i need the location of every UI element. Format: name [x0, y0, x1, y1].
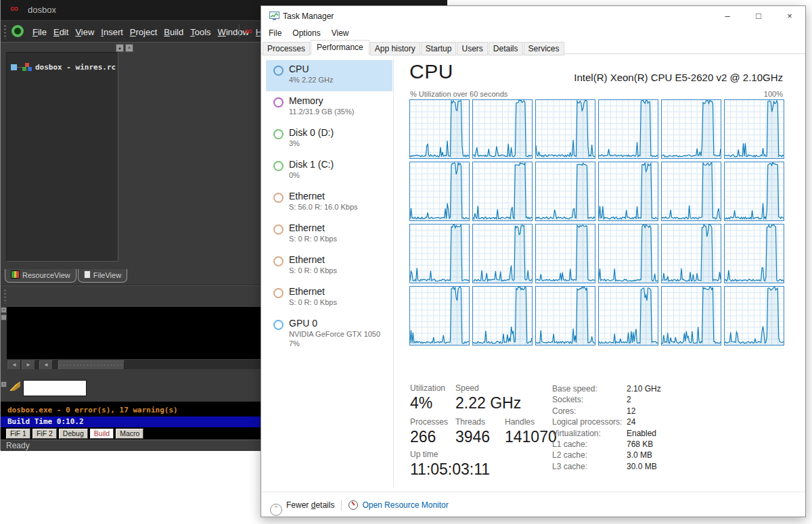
maximize-button[interactable]: □ [743, 6, 774, 26]
meter-circle-icon [273, 129, 284, 139]
detail-label: L3 cache: [552, 462, 627, 471]
tm-menu-options[interactable]: Options [287, 27, 325, 39]
tm-window-title: Task Manager [283, 11, 334, 21]
tab-services[interactable]: Services [524, 42, 564, 55]
minimize-button[interactable]: – [712, 6, 743, 26]
output-tab-build[interactable]: Build [90, 429, 114, 439]
cpu-core-graph-8 [472, 162, 533, 221]
output-tab-macro[interactable]: Macro [116, 429, 143, 439]
menu-item-tools[interactable]: Tools [187, 22, 214, 43]
cpu-core-graph-3 [535, 99, 595, 159]
detail-row: Base speed:2.10 GHz [552, 384, 661, 395]
cpu-core-graph-23 [661, 286, 721, 346]
menu-item-build[interactable]: Build [160, 22, 187, 43]
cpu-core-graph-11 [661, 162, 721, 221]
sidebar-item-cpu[interactable]: CPU4% 2.22 GHz [266, 60, 392, 91]
cpu-core-graph-13 [409, 224, 470, 283]
fewer-details-button[interactable]: Fewer details [286, 500, 334, 510]
cpu-core-graph-4 [598, 99, 658, 159]
performance-sidebar: CPU4% 2.22 GHzMemory11.2/31.9 GB (35%)Di… [266, 60, 392, 353]
cpu-core-graph-2 [472, 99, 533, 159]
status-text: Ready [6, 441, 30, 450]
tm-menu-view[interactable]: View [326, 27, 355, 39]
tree-expand-icon[interactable] [11, 64, 17, 70]
find-input[interactable] [23, 380, 87, 396]
tab-performance[interactable]: Performance [311, 40, 369, 55]
sidebar-item-title: CPU [289, 64, 390, 75]
sidebar-item-detail: 3% [289, 139, 390, 148]
sidebar-item-detail: S: 0 R: 0 Kbps [289, 297, 390, 307]
tm-titlebar[interactable]: Task Manager –□× [261, 6, 805, 26]
tab-processes[interactable]: Processes [263, 42, 310, 55]
detail-label: Base speed: [552, 384, 627, 394]
threads-value: 3946 [455, 428, 490, 446]
tab-app-history[interactable]: App history [370, 42, 420, 55]
sidebar-item-disk-0-d-[interactable]: Disk 0 (D:)3% [266, 124, 392, 155]
scrollbar-thumb[interactable] [58, 360, 125, 370]
sidebar-item-gpu-0[interactable]: GPU 0NVIDIA GeForce GTX 10507% [266, 314, 392, 352]
output-tab-fif1[interactable]: FiF 1 [6, 429, 30, 439]
workspace-tab-fileview[interactable]: FileView [78, 269, 127, 283]
cpu-core-graph-21 [535, 286, 595, 346]
cpu-core-graph-1 [409, 99, 470, 159]
resourceview-icon [11, 270, 20, 279]
scroll-left-button-2[interactable]: ◄ [39, 360, 53, 370]
sidebar-item-title: Disk 1 (C:) [289, 159, 390, 170]
ide-app-icon [12, 25, 24, 37]
meter-circle-icon [273, 224, 284, 235]
scroll-right-button[interactable]: ► [22, 360, 35, 370]
processes-label: Processes [410, 417, 448, 427]
sidebar-item-disk-1-c-[interactable]: Disk 1 (C:)0% [266, 156, 392, 187]
meter-circle-icon [273, 97, 284, 108]
sidebar-item-title: Disk 0 (D:) [289, 127, 390, 139]
detail-row: L3 cache:30.0 MB [552, 462, 661, 473]
toolbar-grip[interactable] [3, 289, 7, 304]
uptime-label: Up time [410, 450, 438, 459]
output-close-button[interactable]: × [1, 381, 7, 387]
detail-value: 768 KB [627, 439, 653, 449]
menu-item-file[interactable]: File [29, 22, 50, 43]
sidebar-item-memory[interactable]: Memory11.2/31.9 GB (35%) [266, 92, 392, 123]
workspace-tab-resourceview[interactable]: ResourceView [5, 269, 76, 283]
menu-item-insert[interactable]: Insert [97, 22, 127, 43]
toolbar-grip[interactable] [3, 24, 7, 39]
sidebar-item-title: Ethernet [289, 286, 390, 297]
sidebar-item-detail: 0% [289, 170, 390, 180]
dosbox-toolbar-icon[interactable]: ∞ [245, 25, 252, 37]
detail-value: 24 [627, 417, 635, 427]
cpu-core-graph-7 [409, 162, 470, 221]
dosbox-logo-icon: ∞ [10, 2, 18, 16]
detail-value: 2 [627, 395, 631, 404]
cpu-core-graph-12 [724, 162, 784, 221]
tab-startup[interactable]: Startup [421, 42, 457, 55]
pane-close-button[interactable]: × [125, 44, 133, 52]
output-tab-debug[interactable]: Debug [59, 429, 88, 439]
splitter-button[interactable] [1, 314, 7, 320]
build-result-line: dosbox.exe - 0 error(s), 17 warning(s) [7, 406, 178, 414]
tm-menu-file[interactable]: File [263, 27, 287, 39]
cpu-core-graph-24 [724, 286, 784, 346]
ide-menubar-right: ∞ [239, 24, 252, 38]
output-tab-fif2[interactable]: FiF 2 [32, 429, 57, 439]
tree-item-dosbox[interactable]: dosbox - winres.rc [11, 61, 116, 73]
cpu-core-graph-6 [724, 99, 784, 159]
sidebar-item-detail: S: 0 R: 0 Kbps [289, 266, 390, 275]
sidebar-item-ethernet[interactable]: EthernetS: 0 R: 0 Kbps [266, 251, 392, 282]
menu-item-project[interactable]: Project [127, 22, 160, 43]
open-resource-monitor-link[interactable]: Open Resource Monitor [362, 500, 448, 510]
close-button[interactable]: × [774, 6, 805, 26]
sidebar-item-ethernet[interactable]: EthernetS: 56.0 R: 16.0 Kbps [266, 187, 392, 218]
task-manager-window: Task Manager –□× FileOptionsView Process… [261, 5, 806, 517]
tab-details[interactable]: Details [489, 42, 523, 55]
sidebar-item-ethernet[interactable]: EthernetS: 0 R: 0 Kbps [266, 219, 392, 250]
menu-item-edit[interactable]: Edit [50, 22, 72, 43]
scroll-left-button[interactable]: ◄ [7, 360, 21, 370]
sidebar-item-ethernet[interactable]: EthernetS: 0 R: 0 Kbps [266, 283, 392, 314]
detail-value: Enabled [627, 429, 656, 438]
menu-item-view[interactable]: View [72, 22, 97, 43]
pane-maximize-button[interactable]: ▴ [116, 44, 124, 52]
tab-users[interactable]: Users [457, 42, 487, 55]
cpu-model-name: Intel(R) Xeon(R) CPU E5-2620 v2 @ 2.10GH… [574, 72, 783, 83]
utilization-max-label: 100% [764, 90, 783, 98]
splitter-close-button[interactable]: × [1, 307, 7, 313]
